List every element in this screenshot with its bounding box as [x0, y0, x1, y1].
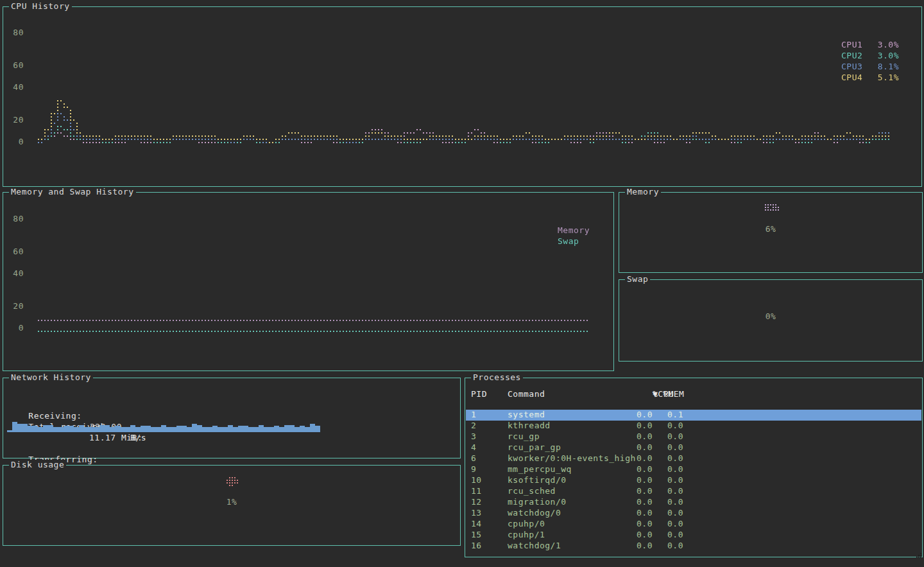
cpu3-legend-item: CPU38.1% [841, 61, 899, 72]
process-row[interactable]: 1systemd0.00.1 [466, 410, 921, 421]
process-mem-percent: 0.0 [648, 453, 683, 464]
process-command: rcu_gp [508, 432, 540, 442]
processes-title: Processes [471, 372, 523, 383]
sort-descending-icon: ▼ [653, 388, 658, 399]
process-mem-percent: 0.0 [648, 497, 683, 507]
process-mem-percent: 0.0 [648, 464, 683, 475]
disk-usage-dots-icon [227, 477, 239, 487]
process-row[interactable]: 16watchdog/10.00.0 [466, 541, 921, 552]
process-cpu-percent: 0.0 [613, 519, 653, 529]
process-mem-percent: 0.1 [648, 410, 683, 420]
process-pid: 9 [471, 464, 476, 475]
process-mem-percent: 0.0 [648, 541, 683, 551]
cpu2-legend-label: CPU2 [841, 50, 869, 61]
process-pid: 1 [471, 410, 476, 420]
process-cpu-percent: 0.0 [613, 464, 653, 475]
disk-usage-title: Disk usage [9, 460, 66, 470]
process-mem-percent: 0.0 [648, 442, 683, 453]
process-command: systemd [508, 410, 545, 420]
process-pid: 10 [471, 475, 482, 485]
cpu-ytick-40: 40 [4, 82, 24, 92]
resize-grip-icon[interactable] [916, 551, 922, 557]
cpu-history-title: CPU History [9, 1, 72, 12]
process-cpu-percent: 0.0 [613, 486, 653, 496]
column-header-pid[interactable]: PID [471, 388, 487, 399]
memory-swap-history-chart [38, 212, 591, 340]
mem-ytick-60: 60 [4, 247, 24, 257]
column-header-command[interactable]: Command [508, 388, 545, 399]
process-cpu-percent: 0.0 [613, 475, 653, 485]
process-mem-percent: 0.0 [648, 475, 683, 485]
memory-legend-item: Memory [558, 225, 590, 236]
process-row[interactable]: 9mm_percpu_wq0.00.0 [466, 464, 921, 475]
process-command: watchdog/1 [508, 541, 561, 551]
process-cpu-percent: 0.0 [613, 421, 653, 431]
mem-ytick-80: 80 [4, 214, 24, 224]
memory-percent-label: 6% [751, 224, 790, 234]
process-table-header: PID Command %CPU▼ %MEM [465, 388, 922, 399]
process-cpu-percent: 0.0 [613, 410, 653, 420]
cpu2-legend-item: CPU23.0% [841, 50, 899, 61]
process-pid: 3 [471, 432, 476, 442]
process-cpu-percent: 0.0 [613, 497, 653, 507]
process-mem-percent: 0.0 [648, 519, 683, 529]
swap-percent-label: 0% [751, 311, 790, 322]
process-cpu-percent: 0.0 [613, 541, 653, 551]
transferring-line: Transferring: 2.21 KiB/s [7, 443, 264, 454]
memory-usage-dots-icon [765, 204, 780, 212]
receiving-line: Receiving: 332.00 B/s [7, 399, 264, 410]
mem-ytick-0: 0 [4, 323, 24, 333]
process-command: mm_percpu_wq [508, 464, 572, 475]
process-row[interactable]: 14cpuhp/00.00.0 [466, 519, 921, 530]
process-mem-percent: 0.0 [648, 421, 683, 431]
processes-panel: Processes PID Command %CPU▼ %MEM 1system… [465, 378, 923, 557]
process-row[interactable]: 10ksoftirqd/00.00.0 [466, 475, 921, 486]
process-row[interactable]: 2kthreadd0.00.0 [466, 421, 921, 432]
swap-panel: Swap 0% [619, 279, 923, 362]
process-table-body: 1systemd0.00.12kthreadd0.00.03rcu_gp0.00… [466, 410, 921, 552]
process-command: rcu_par_gp [508, 442, 561, 453]
memory-panel-title: Memory [625, 187, 661, 197]
cpu-history-panel: CPU History 80 60 40 20 0 CPU13.0% CPU23… [3, 6, 922, 187]
process-command: ksoftirqd/0 [508, 475, 567, 485]
process-pid: 4 [471, 442, 476, 453]
cpu4-legend-label: CPU4 [841, 72, 869, 83]
cpu-ytick-80: 80 [4, 28, 24, 38]
cpu1-legend-item: CPU13.0% [841, 39, 899, 50]
process-row[interactable]: 6kworker/0:0H-events_high0.00.0 [466, 453, 921, 464]
cpu1-legend-value: 3.0% [869, 39, 899, 50]
cpu2-legend-value: 3.0% [869, 50, 899, 61]
process-pid: 15 [471, 530, 482, 540]
process-row[interactable]: 4rcu_par_gp0.00.0 [466, 442, 921, 453]
process-row[interactable]: 13watchdog/00.00.0 [466, 508, 921, 519]
process-mem-percent: 0.0 [648, 486, 683, 496]
cpu3-legend-label: CPU3 [841, 61, 869, 72]
process-cpu-percent: 0.0 [613, 530, 653, 540]
network-receiving-chart [7, 417, 323, 432]
process-row[interactable]: 15cpuhp/10.00.0 [466, 530, 921, 541]
process-command: migration/0 [508, 497, 567, 507]
process-cpu-percent: 0.0 [613, 432, 653, 442]
process-row[interactable]: 11rcu_sched0.00.0 [466, 486, 921, 497]
process-pid: 12 [471, 497, 482, 507]
mem-ytick-40: 40 [4, 268, 24, 279]
disk-percent-label: 1% [212, 497, 251, 507]
cpu-ytick-0: 0 [4, 137, 24, 147]
network-history-title: Network History [9, 372, 93, 383]
cpu4-legend-item: CPU45.1% [841, 72, 899, 83]
process-row[interactable]: 3rcu_gp0.00.0 [466, 432, 921, 442]
process-row[interactable]: 12migration/00.00.0 [466, 497, 921, 508]
swap-legend-item: Swap [558, 236, 579, 247]
mem-ytick-20: 20 [4, 301, 24, 311]
cpu-history-chart [38, 26, 894, 152]
network-history-panel: Network History Receiving: 332.00 B/s To… [3, 378, 461, 458]
disk-usage-panel: Disk usage 1% [3, 465, 461, 546]
column-header-mem[interactable]: %MEM [663, 388, 684, 399]
process-command: cpuhp/0 [508, 519, 545, 529]
swap-panel-title: Swap [625, 274, 650, 284]
process-command: kthreadd [508, 421, 551, 431]
process-cpu-percent: 0.0 [613, 453, 653, 464]
process-mem-percent: 0.0 [648, 530, 683, 540]
memory-swap-history-panel: Memory and Swap History 80 60 40 20 0 Me… [3, 192, 614, 371]
memory-swap-history-title: Memory and Swap History [9, 187, 136, 197]
